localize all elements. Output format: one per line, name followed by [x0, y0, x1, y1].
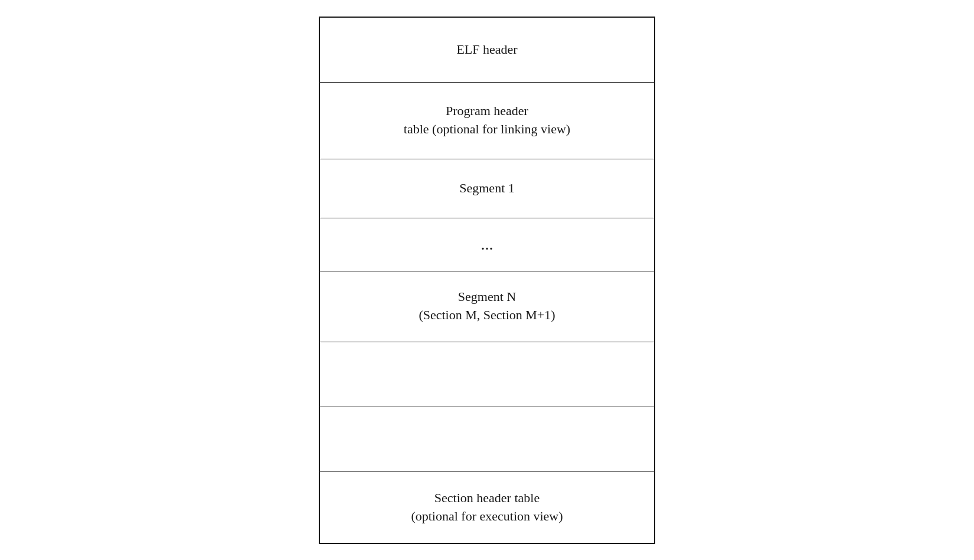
segment-n-row: Segment N(Section M, Section M+1) — [320, 271, 654, 342]
segment1-row: Segment 1 — [320, 159, 654, 218]
segment-n-label: Segment N(Section M, Section M+1) — [419, 288, 555, 325]
program-header-label: Program headertable (optional for linkin… — [404, 102, 570, 139]
section-header-row: Section header table(optional for execut… — [320, 472, 654, 543]
diagram-container: ELF header Program headertable (optional… — [0, 0, 974, 560]
ellipsis-row: ... — [320, 218, 654, 271]
elf-table: ELF header Program headertable (optional… — [319, 17, 655, 544]
ellipsis-label: ... — [481, 232, 493, 256]
elf-header-label: ELF header — [456, 41, 517, 59]
program-header-row: Program headertable (optional for linkin… — [320, 83, 654, 159]
empty-row-1 — [320, 342, 654, 407]
empty-row-2 — [320, 407, 654, 472]
section-header-label: Section header table(optional for execut… — [411, 489, 563, 526]
elf-header-row: ELF header — [320, 18, 654, 83]
segment1-label: Segment 1 — [459, 179, 515, 198]
